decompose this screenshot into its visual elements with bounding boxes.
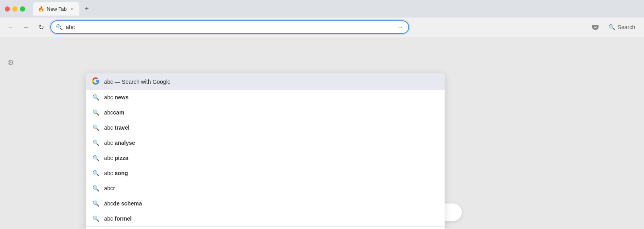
title-bar: 🔥 New Tab × + xyxy=(0,0,644,18)
item-prefix-0: abc — Search with Google xyxy=(104,79,171,85)
dropdown-item-text-3: abc travel xyxy=(104,124,438,131)
address-go-button[interactable]: → xyxy=(397,24,404,31)
close-button[interactable] xyxy=(5,6,10,12)
content-area: ⚙ abc — Search with Google 🔍 abc news xyxy=(0,37,644,229)
forward-button[interactable]: → xyxy=(20,21,32,33)
dropdown-item-text-7: abcr xyxy=(104,185,438,191)
dropdown-item-0[interactable]: abc — Search with Google xyxy=(86,73,445,90)
dropdown-footer: This time, search with: C xyxy=(86,226,445,229)
autocomplete-dropdown: abc — Search with Google 🔍 abc news 🔍 ab… xyxy=(86,73,445,229)
search-suggestion-icon-9: 🔍 xyxy=(92,215,99,222)
search-suggestion-icon-3: 🔍 xyxy=(92,124,99,131)
google-g-icon xyxy=(92,77,99,86)
page-settings-gear[interactable]: ⚙ xyxy=(5,57,17,69)
search-suggestion-icon-1: 🔍 xyxy=(92,94,99,101)
search-button[interactable]: 🔍 Search xyxy=(605,22,639,33)
nav-bar: ← → ↻ 🔍 → 🔍 Search xyxy=(0,18,644,37)
tab-close-button[interactable]: × xyxy=(69,6,75,12)
search-label: Search xyxy=(618,24,635,30)
dropdown-item-8[interactable]: 🔍 abcde schema xyxy=(86,196,445,211)
tab-bar: 🔥 New Tab × + xyxy=(33,2,92,16)
dropdown-item-9[interactable]: 🔍 abc formel xyxy=(86,211,445,226)
dropdown-item-4[interactable]: 🔍 abc analyse xyxy=(86,135,445,150)
pocket-button[interactable] xyxy=(589,21,601,33)
dropdown-item-text-4: abc analyse xyxy=(104,140,438,146)
active-tab[interactable]: 🔥 New Tab × xyxy=(33,2,79,16)
new-tab-button[interactable]: + xyxy=(81,3,92,14)
dropdown-item-text-9: abc formel xyxy=(104,215,438,222)
dropdown-item-5[interactable]: 🔍 abc pizza xyxy=(86,150,445,166)
dropdown-item-text-2: abccam xyxy=(104,109,438,116)
dropdown-item-text-8: abcde schema xyxy=(104,200,438,207)
search-suggestion-icon-6: 🔍 xyxy=(92,170,99,177)
traffic-lights xyxy=(5,6,25,12)
dropdown-item-3[interactable]: 🔍 abc travel xyxy=(86,120,445,135)
dropdown-item-text-0: abc — Search with Google xyxy=(104,79,438,85)
dropdown-item-2[interactable]: 🔍 abccam xyxy=(86,105,445,120)
search-suggestion-icon-5: 🔍 xyxy=(92,154,99,162)
dropdown-item-6[interactable]: 🔍 abc song xyxy=(86,166,445,181)
dropdown-item-1[interactable]: 🔍 abc news xyxy=(86,90,445,105)
nav-right: 🔍 Search xyxy=(589,21,639,33)
dropdown-item-text-1: abc news xyxy=(104,94,438,101)
search-suggestion-icon-8: 🔍 xyxy=(92,200,99,207)
tab-title: New Tab xyxy=(47,6,67,12)
address-search-icon: 🔍 xyxy=(56,24,63,30)
address-bar-container: 🔍 → xyxy=(50,20,586,34)
minimize-button[interactable] xyxy=(12,6,18,12)
dropdown-item-text-6: abc song xyxy=(104,170,438,176)
search-suggestion-icon-2: 🔍 xyxy=(92,109,99,116)
search-suggestion-icon-4: 🔍 xyxy=(92,139,99,146)
dropdown-item-text-5: abc pizza xyxy=(104,155,438,161)
dropdown-item-7[interactable]: 🔍 abcr xyxy=(86,181,445,196)
refresh-button[interactable]: ↻ xyxy=(35,21,47,33)
search-icon: 🔍 xyxy=(609,24,615,30)
search-suggestion-icon-7: 🔍 xyxy=(92,185,99,192)
maximize-button[interactable] xyxy=(20,6,25,12)
back-button[interactable]: ← xyxy=(5,21,17,33)
address-input[interactable] xyxy=(66,24,394,30)
address-bar[interactable]: 🔍 → xyxy=(50,20,409,34)
